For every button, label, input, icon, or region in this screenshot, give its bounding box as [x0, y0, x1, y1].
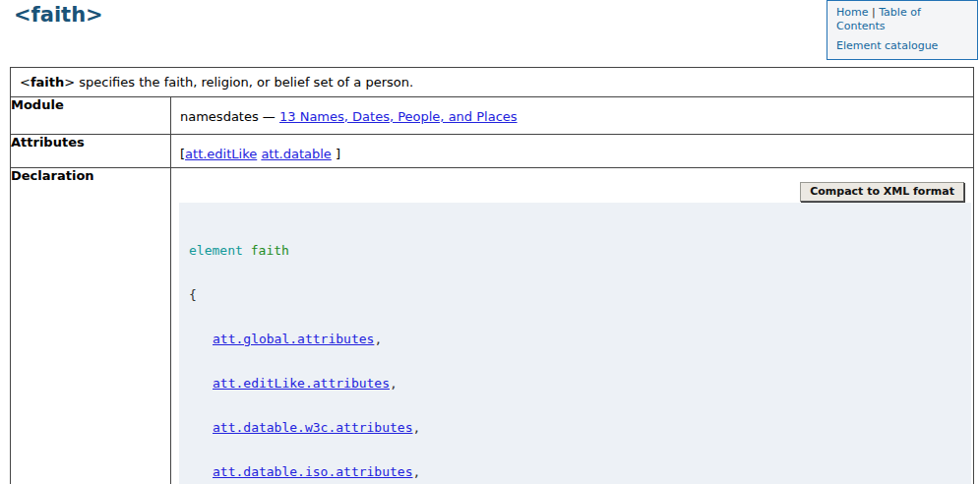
row-attributes: Attributes [att.editLike att.datable ] — [11, 135, 974, 168]
row-description: <faith> specifies the faith, religion, o… — [11, 68, 974, 97]
element-spec-table: <faith> specifies the faith, religion, o… — [10, 67, 974, 484]
link-att-editLike-attributes[interactable]: att.editLike.attributes — [213, 376, 390, 391]
declaration-code: elementfaith { att.global.attributes, at… — [179, 203, 971, 484]
element-description: <faith> specifies the faith, religion, o… — [11, 68, 974, 97]
row-label-module: Module — [11, 97, 171, 135]
row-label-declaration: Declaration — [11, 168, 171, 484]
element-name: faith — [31, 75, 64, 90]
link-att-datable-w3c-attributes[interactable]: att.datable.w3c.attributes — [213, 420, 413, 435]
code-element-name: faith — [251, 243, 289, 258]
description-text: specifies the faith, religion, or belief… — [75, 75, 413, 90]
module-name: namesdates — — [180, 109, 276, 124]
link-att-datable-iso-attributes[interactable]: att.datable.iso.attributes — [213, 464, 413, 479]
row-module: Module namesdates — 13 Names, Dates, Peo… — [11, 97, 974, 135]
link-att-datable[interactable]: att.datable — [261, 147, 331, 161]
nav-link-element-catalogue[interactable]: Element catalogue — [836, 39, 938, 52]
attributes-content: [att.editLike att.datable ] — [171, 135, 973, 161]
nav-link-home[interactable]: Home — [836, 6, 868, 19]
row-label-attributes: Attributes — [11, 135, 171, 168]
code-keyword: element — [189, 243, 243, 258]
open-brace: { — [189, 287, 961, 302]
link-att-editLike[interactable]: att.editLike — [185, 147, 257, 161]
module-content: namesdates — 13 Names, Dates, People, an… — [171, 97, 973, 124]
page-title: <faith> — [14, 3, 103, 27]
nav-box: Home | Table of Contents Element catalog… — [827, 0, 978, 60]
module-chapter-link[interactable]: 13 Names, Dates, People, and Places — [279, 109, 518, 124]
row-declaration: Declaration Compact to XML format elemen… — [11, 168, 974, 484]
nav-line-home-toc: Home | Table of Contents — [836, 6, 921, 32]
compact-to-xml-button[interactable]: Compact to XML format — [800, 182, 964, 202]
nav-separator: | — [872, 6, 876, 19]
link-att-global-attributes[interactable]: att.global.attributes — [213, 332, 374, 346]
